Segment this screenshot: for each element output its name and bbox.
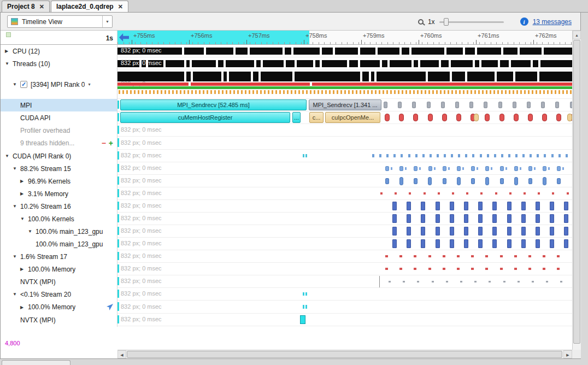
collapse-arrow-icon[interactable]: ▼ — [13, 204, 20, 209]
event-bar[interactable]: cuIpcOpenMe... — [325, 112, 380, 123]
event-mark — [145, 90, 147, 94]
event-bar[interactable]: ... — [292, 112, 301, 123]
messages-link[interactable]: 13 messages — [533, 18, 572, 26]
collapse-arrow-icon[interactable]: ▼ — [5, 61, 13, 66]
scroll-up-icon[interactable]: ▲ — [573, 31, 581, 39]
timeline-row-nvtx-mpi[interactable]: 832 px; 0 msec — [117, 314, 572, 326]
tree-row-3-1-memory[interactable]: ▶3.1% Memory — [1, 187, 117, 200]
timeline-row-88-2-stream-15[interactable]: 832 px; 0 msec — [117, 162, 572, 175]
event-mark — [557, 255, 560, 257]
scroll-left-icon[interactable]: ◀ — [117, 350, 126, 358]
horizontal-scrollbar[interactable]: ◀ ▶ — [117, 350, 572, 358]
timeline-ruler[interactable]: +755ms+756ms+757ms+758ms+759ms+760ms+761… — [117, 31, 572, 45]
timeline-row-9-threads-hidden[interactable]: 832 px; 0 msec — [117, 137, 572, 150]
collapse-arrow-icon[interactable]: ▼ — [20, 216, 28, 221]
timeline-row-96-9-kernels[interactable]: 832 px; 0 msec — [117, 175, 572, 187]
tree-row-100-0-main-123-gpu[interactable]: 100.0% main_123_gpu — [1, 238, 117, 250]
tree-row-cuda-mpi-rank-0[interactable]: ▼CUDA (MPI Rank 0) — [1, 150, 117, 162]
tree-row-nvtx-mpi[interactable]: NVTX (MPI) — [1, 275, 117, 288]
zoom-slider-thumb[interactable] — [444, 18, 449, 26]
row-options-caret-icon[interactable]: ▾ — [88, 82, 90, 87]
ruler-minor-tick — [410, 42, 411, 44]
ruler-minor-tick — [514, 42, 514, 44]
ruler-minor-tick — [491, 42, 491, 44]
timeline-row-1-6-stream-17[interactable]: 832 px; 0 msec — [117, 250, 572, 263]
timeline-row-3-1-memory[interactable]: 832 px; 0 msec — [117, 187, 572, 200]
restore-threads-icon[interactable]: + — [109, 139, 113, 147]
expand-arrow-icon[interactable]: ▶ — [20, 179, 28, 184]
event-bar[interactable]: c... — [309, 112, 324, 123]
jump-to-event-icon[interactable] — [107, 304, 113, 310]
tree-row-3394-mpi-rank-0[interactable]: ▼✓[3394] MPI Rank 0▾ — [1, 70, 117, 99]
expand-arrow-icon[interactable]: ▶ — [5, 49, 13, 54]
ruler-minor-tick — [330, 42, 331, 44]
timeline-row-100-0-main-123-gpu[interactable]: 832 px; 0 msec — [117, 225, 572, 238]
tab-report[interactable]: laplace2d_0.qdrep ✕ — [51, 1, 128, 12]
event-bar[interactable]: MPI_Sendrecv [52.485 ms] — [120, 99, 307, 110]
timeline-row-nvtx-mpi[interactable]: 832 px; 0 msec — [117, 275, 572, 288]
remove-threads-icon[interactable]: − — [102, 139, 106, 147]
horizontal-scrollbar-thumb[interactable] — [127, 351, 562, 358]
tree-row-cpu-12[interactable]: ▶CPU (12) — [1, 45, 117, 57]
collapse-arrow-icon[interactable]: ▼ — [13, 82, 20, 87]
tree-row-10-2-stream-16[interactable]: ▼10.2% Stream 16 — [1, 200, 117, 213]
collapsed-bottom-pane[interactable] — [2, 360, 70, 365]
tree-row-mpi[interactable]: MPI — [1, 99, 117, 111]
tree-row-100-0-memory[interactable]: ▶100.0% Memory — [1, 301, 117, 314]
zoom-slider[interactable] — [439, 17, 504, 26]
timeline-row-threads-10[interactable]: 832 px; 0 msec — [117, 57, 572, 70]
ruler-minor-tick — [129, 42, 130, 44]
event-mark — [379, 90, 380, 94]
expand-arrow-icon[interactable]: ▶ — [20, 305, 28, 310]
timeline-row-100-0-main-123-gpu[interactable]: 832 px; 0 msec — [117, 238, 572, 250]
collapse-arrow-icon[interactable]: ▼ — [13, 166, 20, 171]
row-visibility-checkbox[interactable]: ✓ — [20, 81, 27, 88]
timeline-row-100-0-memory[interactable]: 832 px; 0 msec — [117, 301, 572, 314]
expand-arrow-icon[interactable]: ▶ — [20, 191, 28, 196]
timeline-row-profiler-overhead[interactable]: 832 px; 0 msec — [117, 124, 572, 137]
tree-row-profiler-overhead[interactable]: Profiler overhead — [1, 124, 117, 137]
event-mark — [522, 154, 525, 157]
tree-row-100-0-memory[interactable]: ▶100.0% Memory — [1, 263, 117, 275]
close-icon[interactable]: ✕ — [39, 3, 44, 10]
tree-row-cuda-api[interactable]: CUDA API — [1, 111, 117, 124]
tree-row-96-9-kernels[interactable]: ▶96.9% Kernels — [1, 175, 117, 187]
tree-row-9-threads-hidden[interactable]: 9 threads hidden...−+ — [1, 137, 117, 150]
timeline-row-cuda-api[interactable]: 832 px; 0 mseccuMemHostRegister...c...cu… — [117, 111, 572, 124]
event-mark — [333, 90, 334, 94]
tree-row-1-6-stream-17[interactable]: ▼1.6% Stream 17 — [1, 250, 117, 263]
view-selector-dropdown[interactable]: Timeline View ▼ — [7, 15, 113, 28]
event-mark — [385, 255, 388, 257]
collapse-arrow-icon[interactable]: ▼ — [13, 292, 20, 297]
timeline-row-3394-mpi-rank-0[interactable]: 832 px; 0 msec — [117, 70, 572, 99]
event-bar[interactable]: MPI_Sendrecv [1.341 ... — [309, 99, 381, 110]
tree-row-100-0-main-123-gpu[interactable]: ▼100.0% main_123_gpu — [1, 225, 117, 238]
event-bar[interactable]: cuMemHostRegister — [120, 112, 290, 123]
collapse-arrow-icon[interactable]: ▼ — [13, 254, 20, 259]
ruler-minor-tick — [204, 42, 204, 44]
event-mark — [362, 72, 369, 81]
collapse-arrow-icon[interactable]: ▼ — [28, 229, 36, 234]
collapse-arrow-icon[interactable]: ▼ — [5, 154, 13, 158]
timeline-row-cuda-mpi-rank-0[interactable]: 832 px; 0 msec — [117, 150, 572, 162]
tree-row-88-2-stream-15[interactable]: ▼88.2% Stream 15 — [1, 162, 117, 175]
scroll-right-icon[interactable]: ▶ — [563, 350, 572, 358]
timeline-row-10-2-stream-16[interactable]: 832 px; 0 msec — [117, 200, 572, 213]
timeline-row-0-1-stream-20[interactable]: 832 px; 0 msec — [117, 288, 572, 301]
tab-project[interactable]: Project 8 ✕ — [2, 1, 50, 12]
splitter-grip[interactable] — [6, 32, 11, 37]
timeline-row-100-0-kernels[interactable]: 832 px; 0 msec — [117, 213, 572, 225]
expand-arrow-icon[interactable]: ▶ — [20, 267, 28, 272]
timeline-row-mpi[interactable]: 832 px; 0 msecMPI_Sendrecv [52.485 ms]MP… — [117, 99, 572, 111]
timeline-row-cpu-12[interactable]: 832 px; 0 msec — [117, 45, 572, 57]
vertical-scrollbar-thumb[interactable] — [573, 40, 580, 344]
event-mark — [138, 90, 139, 94]
timeline-canvas[interactable]: 832 px; 0 msec832 px; 0 msec832 px; 0 ms… — [117, 45, 572, 327]
tree-row-nvtx-mpi[interactable]: NVTX (MPI) — [1, 314, 117, 326]
close-icon[interactable]: ✕ — [118, 3, 123, 10]
tree-row-100-0-kernels[interactable]: ▼100.0% Kernels — [1, 213, 117, 225]
tree-row-threads-10[interactable]: ▼Threads (10) — [1, 57, 117, 70]
vertical-scrollbar[interactable]: ▲ ▼ — [572, 31, 581, 358]
timeline-row-100-0-memory[interactable]: 832 px; 0 msec — [117, 263, 572, 275]
tree-row-0-1-stream-20[interactable]: ▼<0.1% Stream 20 — [1, 288, 117, 301]
